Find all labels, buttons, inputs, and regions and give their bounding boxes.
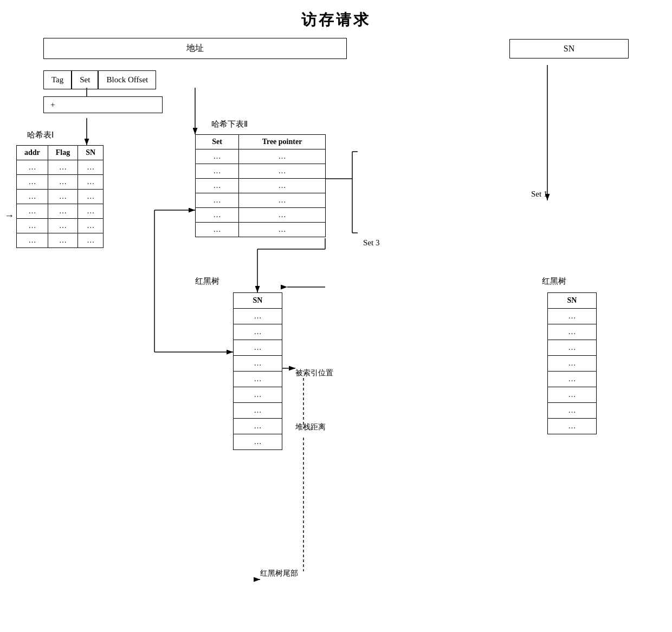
top-row: 地址 SN xyxy=(43,38,629,59)
sn-center-cell: … xyxy=(234,419,282,434)
sn-right-row: … xyxy=(548,309,597,324)
hash1-cell: … xyxy=(17,219,48,233)
sn-right-row: … xyxy=(548,387,597,403)
hash1-cell: … xyxy=(17,190,48,204)
hash1-col-sn: SN xyxy=(78,146,104,160)
sn-center-row: … xyxy=(234,419,282,434)
set1-label: Set 1 xyxy=(531,190,547,199)
sn-center-row: … xyxy=(234,434,282,450)
rbt-label-right: 红黑树 xyxy=(542,276,566,286)
sn-center-cell: … xyxy=(234,372,282,387)
sn-right-row: … xyxy=(548,340,597,356)
sn-center-header: SN xyxy=(234,293,282,309)
sn-right-cell: … xyxy=(548,372,597,387)
hash2-cell: … xyxy=(239,223,326,237)
hash2-cell: … xyxy=(196,208,239,223)
hash1-cell: … xyxy=(17,160,48,175)
field-row: Tag Set Block Offset xyxy=(43,70,156,89)
indexed-label: 被索引位置 xyxy=(295,368,333,378)
hash1-arrow: → xyxy=(4,210,14,221)
sn-center-cell: … xyxy=(234,309,282,324)
sn-right-cell: … xyxy=(548,387,597,403)
hash2-cell: … xyxy=(239,164,326,179)
hash1-cell: … xyxy=(78,160,104,175)
hash1-cell: … xyxy=(17,175,48,190)
sn-center-cell: … xyxy=(234,434,282,450)
hash2-row: …… xyxy=(196,193,326,208)
sn-right-row: … xyxy=(548,403,597,419)
hash2-row: …… xyxy=(196,164,326,179)
hash2-row: …… xyxy=(196,149,326,164)
hash1-col-flag: Flag xyxy=(48,146,77,160)
hash1-label: 哈希表Ⅰ xyxy=(27,130,54,140)
sn-right-cell: … xyxy=(548,309,597,324)
sn-center-row: … xyxy=(234,372,282,387)
sn-center-cell: … xyxy=(234,387,282,403)
hash2-cell: … xyxy=(196,149,239,164)
sn-right-cell: … xyxy=(548,324,597,340)
sn-right-cell: … xyxy=(548,419,597,434)
hash1-cell: … xyxy=(78,175,104,190)
rbt-tail-label: 红黑树尾部 xyxy=(260,569,298,578)
sn-table-right: SN …………………… xyxy=(547,292,597,434)
sn-box: SN xyxy=(509,39,629,58)
hash2-table: Set Tree pointer ……………………………… xyxy=(195,134,326,237)
sn-center-row: … xyxy=(234,356,282,372)
hash1-row: ……… xyxy=(17,190,104,204)
hash1-row: ……… xyxy=(17,175,104,190)
sn-center-cell: … xyxy=(234,403,282,419)
tag-field: Tag xyxy=(43,70,72,89)
hash1-cell: … xyxy=(78,233,104,248)
hash1-cell: … xyxy=(78,190,104,204)
sn-right-row: … xyxy=(548,324,597,340)
hash2-cell: … xyxy=(239,179,326,193)
sn-center-row: … xyxy=(234,403,282,419)
sn-right-cell: … xyxy=(548,403,597,419)
hash1-cell: … xyxy=(48,190,77,204)
hash1-table: addr Flag SN ……………………………………………… xyxy=(16,145,104,248)
hash1-cell: … xyxy=(78,204,104,219)
hash2-col-set: Set xyxy=(196,135,239,149)
hash2-col-tree: Tree pointer xyxy=(239,135,326,149)
hash1-row: ……… xyxy=(17,160,104,175)
hash2-row: …… xyxy=(196,208,326,223)
sn-right-cell: … xyxy=(548,340,597,356)
hash2-cell: … xyxy=(196,179,239,193)
set-field: Set xyxy=(72,70,98,89)
block-offset-field: Block Offset xyxy=(98,70,156,89)
sn-center-row: … xyxy=(234,309,282,324)
hash1-cell: … xyxy=(48,204,77,219)
hash1-row: ……… xyxy=(17,204,104,219)
hash1-cell: … xyxy=(78,219,104,233)
hash2-cell: … xyxy=(196,193,239,208)
hash2-row: …… xyxy=(196,179,326,193)
plus-box: + xyxy=(43,96,163,113)
hash1-cell: … xyxy=(17,204,48,219)
main-title: 访存请求 xyxy=(0,0,672,30)
hash2-cell: … xyxy=(239,208,326,223)
sn-right-cell: … xyxy=(548,356,597,372)
hash2-cell: … xyxy=(239,149,326,164)
hash1-cell: … xyxy=(48,175,77,190)
sn-center-row: … xyxy=(234,324,282,340)
sn-right-row: … xyxy=(548,419,597,434)
hash1-cell: … xyxy=(48,160,77,175)
hash2-cell: … xyxy=(196,164,239,179)
hash2-cell: … xyxy=(196,223,239,237)
set3-label: Set 3 xyxy=(363,238,379,247)
stack-dist-label: 堆栈距离 xyxy=(295,422,326,432)
hash1-row: ……… xyxy=(17,219,104,233)
hash2-cell: … xyxy=(239,193,326,208)
sn-right-header: SN xyxy=(548,293,597,309)
sn-center-cell: … xyxy=(234,340,282,356)
rbt-label-left: 红黑树 xyxy=(195,276,219,286)
hash1-row: ……… xyxy=(17,233,104,248)
hash1-cell: … xyxy=(17,233,48,248)
hash1-cell: … xyxy=(48,233,77,248)
sn-right-row: … xyxy=(548,372,597,387)
sn-center-cell: … xyxy=(234,356,282,372)
sn-table-center: SN ……………………… xyxy=(233,292,282,450)
sn-center-row: … xyxy=(234,387,282,403)
sn-center-cell: … xyxy=(234,324,282,340)
hash1-col-addr: addr xyxy=(17,146,48,160)
